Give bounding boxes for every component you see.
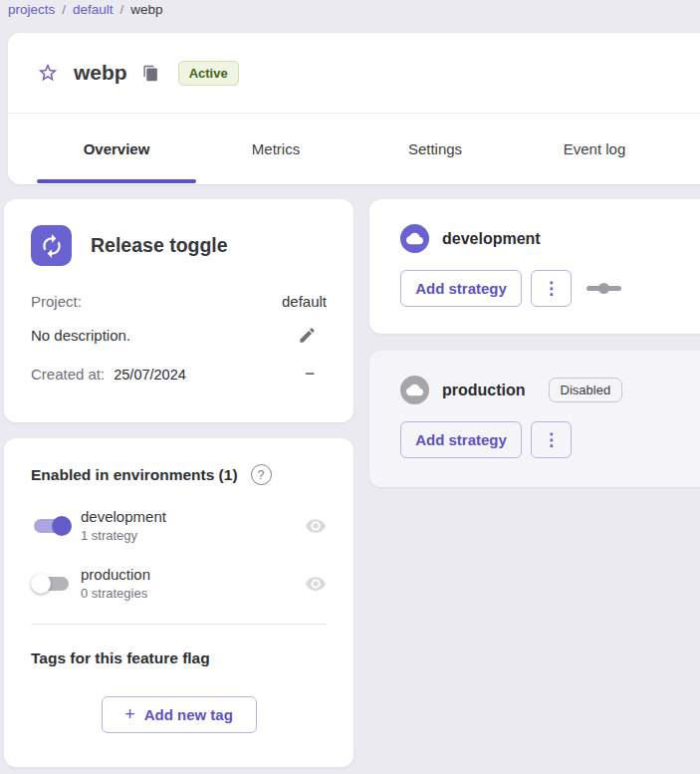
tab-event-log-label: Event log xyxy=(564,140,626,157)
environment-card-name: production xyxy=(442,382,526,399)
environment-strategy-count: 1 strategy xyxy=(81,528,166,543)
edit-description-icon[interactable] xyxy=(298,326,317,345)
development-toggle[interactable] xyxy=(31,515,72,537)
status-badge: Active xyxy=(178,61,239,86)
description-text: No description. xyxy=(31,327,130,344)
production-toggle[interactable] xyxy=(31,573,72,595)
tags-section: Tags for this feature flag + Add new tag xyxy=(4,625,353,758)
environment-name: development xyxy=(81,508,166,525)
release-toggle-header: Release toggle xyxy=(31,225,327,266)
environments-panel-card: Enabled in environments (1) ? developmen… xyxy=(4,438,353,767)
project-value: default xyxy=(282,293,327,310)
favorite-star-icon[interactable] xyxy=(37,62,59,84)
breadcrumb-default-link[interactable]: default xyxy=(73,2,114,17)
plus-icon: + xyxy=(124,704,135,725)
breadcrumb: projects / default / webp xyxy=(8,2,163,17)
collapse-icon[interactable]: – xyxy=(306,364,315,384)
development-environment-card: development Add strategy ⋮ xyxy=(369,199,700,334)
help-icon[interactable]: ? xyxy=(251,464,272,485)
project-row: Project: default xyxy=(31,293,327,310)
more-options-kebab-icon[interactable]: ⋮ xyxy=(531,421,572,458)
tab-metrics[interactable]: Metrics xyxy=(196,114,355,183)
description-row: No description. xyxy=(31,326,327,345)
visibility-eye-icon[interactable] xyxy=(305,573,327,595)
more-options-kebab-icon[interactable]: ⋮ xyxy=(531,270,572,307)
environment-cloud-icon xyxy=(400,376,429,404)
feature-title-row: webp Active xyxy=(8,33,700,114)
environment-row-production: production 0 strategies xyxy=(31,566,327,601)
disabled-badge: Disabled xyxy=(549,378,623,402)
visibility-eye-icon[interactable] xyxy=(305,515,327,537)
production-environment-card: production Disabled Add strategy ⋮ xyxy=(369,351,700,487)
environment-cloud-icon xyxy=(400,224,429,253)
active-tab-underline xyxy=(37,179,196,183)
add-strategy-button[interactable]: Add strategy xyxy=(400,270,522,307)
breadcrumb-separator: / xyxy=(120,2,124,17)
breadcrumb-separator: / xyxy=(62,2,66,17)
tab-settings-label: Settings xyxy=(408,140,462,157)
feature-tabs: Overview Metrics Settings Event log xyxy=(8,114,700,183)
breadcrumb-projects-link[interactable]: projects xyxy=(8,2,55,17)
environment-card-name: development xyxy=(442,230,541,248)
project-label: Project: xyxy=(31,293,82,310)
tags-title: Tags for this feature flag xyxy=(31,649,327,667)
created-row: Created at: 25/07/2024 – xyxy=(31,364,327,384)
created-label: Created at: xyxy=(31,366,105,383)
environment-strategy-count: 0 strategies xyxy=(81,586,150,601)
tab-metrics-label: Metrics xyxy=(252,140,300,157)
enabled-environments-title: Enabled in environments (1) xyxy=(31,466,238,484)
add-new-tag-label: Add new tag xyxy=(144,706,233,723)
feature-flag-title: webp xyxy=(74,61,127,85)
add-strategy-button[interactable]: Add strategy xyxy=(400,421,522,458)
release-toggle-icon xyxy=(31,225,72,266)
release-toggle-card: Release toggle Project: default No descr… xyxy=(4,199,353,422)
created-value: 25/07/2024 xyxy=(114,367,186,383)
flag-type-title: Release toggle xyxy=(91,234,228,257)
tab-overview-label: Overview xyxy=(84,140,150,157)
environment-name: production xyxy=(81,566,150,583)
environment-row-development: development 1 strategy xyxy=(31,508,327,543)
tab-overview[interactable]: Overview xyxy=(37,114,196,183)
tab-settings[interactable]: Settings xyxy=(355,114,515,183)
breadcrumb-current-page: webp xyxy=(130,2,162,17)
toggle-thumb xyxy=(31,574,51,594)
feature-header-card: webp Active Overview Metrics Settings Ev… xyxy=(8,33,700,184)
copy-name-icon[interactable] xyxy=(142,65,159,82)
add-new-tag-button[interactable]: + Add new tag xyxy=(102,696,257,733)
tab-event-log[interactable]: Event log xyxy=(515,114,674,183)
drag-handle-icon xyxy=(586,286,621,291)
enabled-environments-section: Enabled in environments (1) ? developmen… xyxy=(4,438,353,625)
toggle-thumb xyxy=(52,516,72,536)
